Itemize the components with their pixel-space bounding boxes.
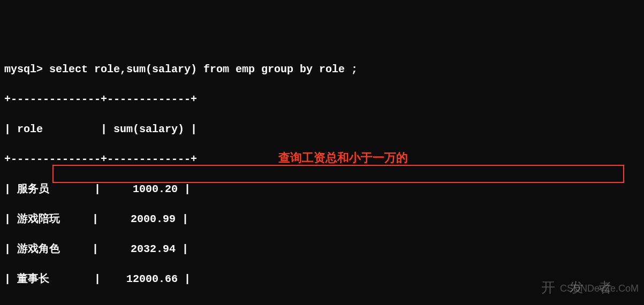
row-role: 董事长 bbox=[17, 273, 49, 285]
row-role: 游戏角色 bbox=[17, 243, 60, 255]
row-role: 游戏陪玩 bbox=[17, 213, 60, 225]
row-sum: 2000.99 bbox=[131, 213, 176, 225]
mysql-prompt: mysql> bbox=[4, 63, 49, 75]
table-row: | 游戏陪玩 | 2000.99 | bbox=[4, 212, 640, 227]
row-sum: 1000.20 bbox=[133, 183, 178, 195]
row-role: 服务员 bbox=[17, 183, 49, 195]
annotation-text: 查询工资总和小于一万的 bbox=[278, 150, 408, 166]
table1-header-sum: sum(salary) bbox=[113, 123, 184, 135]
highlight-box bbox=[52, 165, 624, 183]
table1-header-role: role bbox=[17, 123, 43, 135]
table-row: | 游戏角色 | 2032.94 | bbox=[4, 242, 640, 257]
query1-sql: select role,sum(salary) from emp group b… bbox=[49, 63, 358, 75]
watermark-en: CSDNDevZe.CoM bbox=[560, 282, 639, 295]
row-sum: 2032.94 bbox=[131, 243, 176, 255]
query1-line: mysql> select role,sum(salary) from emp … bbox=[4, 62, 640, 77]
table-row: | 服务员 | 1000.20 | bbox=[4, 182, 640, 197]
table1-header: | role | sum(salary) | bbox=[4, 122, 640, 137]
table1-border-top: +--------------+-------------+ bbox=[4, 92, 640, 107]
table1-border-bottom: +--------------+-------------+ bbox=[4, 302, 640, 305]
row-sum: 12000.66 bbox=[126, 273, 178, 285]
